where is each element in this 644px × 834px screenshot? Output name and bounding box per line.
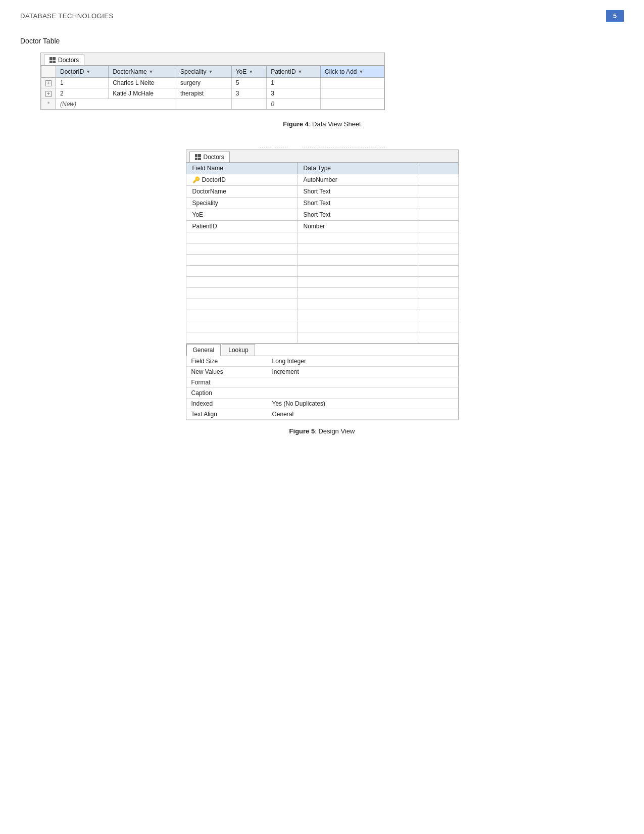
cell-yoe-2[interactable]: 3 (231, 88, 266, 99)
figure5-wrapper: ................ .......................… (20, 143, 624, 420)
row-selector-2[interactable]: + (41, 88, 56, 99)
props-value[interactable] (267, 377, 458, 388)
col-selector-header (41, 66, 56, 78)
col-yoe-header[interactable]: YoE ▼ (231, 66, 266, 78)
col-doctorname-arrow[interactable]: ▼ (149, 69, 154, 74)
design-table: Field Name Data Type 🔑DoctorIDAutoNumber… (186, 162, 459, 344)
page-header: DATABASE TECHNOLOGIES 5 (20, 10, 624, 22)
designview-tab-doctors[interactable]: Doctors (189, 152, 230, 162)
blurred-header: ................ .......................… (258, 143, 386, 149)
design-data-type[interactable]: Short Text (297, 198, 418, 209)
design-table-row-empty (186, 266, 458, 277)
blurred-right: ........................................… (302, 143, 386, 149)
design-field-name[interactable]: PatientID (186, 221, 297, 232)
props-table-row: Format (186, 377, 458, 388)
figure4-section: Doctors DoctorID ▼ DoctorName (30, 53, 624, 113)
cell-patientid-2[interactable]: 3 (267, 88, 321, 99)
table-row: + 1 Charles L Neite surgery 5 1 (41, 78, 384, 88)
design-table-row-empty (186, 277, 458, 288)
props-value[interactable]: Yes (No Duplicates) (267, 399, 458, 409)
design-data-type[interactable]: Short Text (297, 186, 418, 198)
col-patientid-header[interactable]: PatientID ▼ (267, 66, 321, 78)
props-table-row: Text AlignGeneral (186, 409, 458, 420)
props-table: Field SizeLong IntegerNew ValuesIncremen… (186, 356, 458, 420)
props-label: Text Align (186, 409, 267, 420)
props-panel: General Lookup Field SizeLong IntegerNew… (186, 344, 459, 420)
row-selector-1[interactable]: + (41, 78, 56, 88)
cell-doctorname-2[interactable]: Katie J McHale (109, 88, 176, 99)
cell-new-label[interactable]: (New) (56, 99, 176, 110)
expand-btn-1[interactable]: + (45, 80, 52, 86)
cell-extra-1 (321, 78, 384, 88)
grid-icon (49, 57, 56, 63)
design-table-row: YoEShort Text (186, 209, 458, 221)
design-table-row-empty (186, 332, 458, 344)
cell-extra-2 (321, 88, 384, 99)
design-field-name[interactable]: Speciality (186, 198, 297, 209)
design-table-row: 🔑DoctorIDAutoNumber (186, 174, 458, 186)
props-value[interactable] (267, 388, 458, 399)
cell-doctorid-2[interactable]: 2 (56, 88, 109, 99)
col-speciality-header[interactable]: Speciality ▼ (176, 66, 232, 78)
cell-new-extra (321, 99, 384, 110)
design-table-row-empty (186, 255, 458, 266)
props-value[interactable]: General (267, 409, 458, 420)
design-table-row-empty (186, 288, 458, 299)
design-desc (418, 221, 458, 232)
props-tab-lookup[interactable]: Lookup (222, 344, 255, 356)
design-table-row: PatientIDNumber (186, 221, 458, 232)
col-doctorid-arrow[interactable]: ▼ (86, 69, 90, 74)
props-label: Format (186, 377, 267, 388)
props-label: Caption (186, 388, 267, 399)
design-col-datatype: Data Type (297, 163, 418, 174)
designview-container: Doctors Field Name Data Type 🔑DoctorIDAu… (186, 150, 459, 420)
figure4-caption: Figure 4: Data View Sheet (20, 120, 624, 128)
page-title: DATABASE TECHNOLOGIES (20, 12, 114, 20)
col-doctorname-header[interactable]: DoctorName ▼ (109, 66, 176, 78)
cell-new-speciality (176, 99, 232, 110)
figure4-caption-rest: : Data View Sheet (309, 120, 361, 128)
cell-speciality-2[interactable]: therapist (176, 88, 232, 99)
design-col-desc (418, 163, 458, 174)
col-doctorid-header[interactable]: DoctorID ▼ (56, 66, 109, 78)
dataview-tab-doctors[interactable]: Doctors (44, 55, 84, 65)
cell-doctorname-1[interactable]: Charles L Neite (109, 78, 176, 88)
cell-yoe-1[interactable]: 5 (231, 78, 266, 88)
table-row: + 2 Katie J McHale therapist 3 3 (41, 88, 384, 99)
props-label: Field Size (186, 356, 267, 367)
design-field-name[interactable]: 🔑DoctorID (186, 174, 297, 186)
col-yoe-arrow[interactable]: ▼ (249, 69, 253, 74)
section-title: Doctor Table (20, 37, 624, 45)
design-tab-label: Doctors (204, 154, 224, 161)
design-data-type[interactable]: AutoNumber (297, 174, 418, 186)
dataview-table: DoctorID ▼ DoctorName ▼ Speciality (41, 66, 384, 110)
col-patientid-arrow[interactable]: ▼ (298, 69, 303, 74)
cell-speciality-1[interactable]: surgery (176, 78, 232, 88)
cell-patientid-1[interactable]: 1 (267, 78, 321, 88)
dataview-tabbar: Doctors (41, 53, 384, 66)
col-clicktoadd-header[interactable]: Click to Add ▼ (321, 66, 384, 78)
props-value[interactable]: Long Integer (267, 356, 458, 367)
design-field-name[interactable]: YoE (186, 209, 297, 221)
design-table-row-empty (186, 310, 458, 321)
page-number: 5 (606, 10, 624, 22)
design-field-name[interactable]: DoctorName (186, 186, 297, 198)
figure5-caption-rest: : Design View (315, 427, 355, 435)
props-value[interactable]: Increment (267, 367, 458, 377)
design-table-row: DoctorNameShort Text (186, 186, 458, 198)
figure5-caption-bold: Figure 5 (289, 427, 315, 435)
design-data-type[interactable]: Short Text (297, 209, 418, 221)
col-clicktoadd-arrow[interactable]: ▼ (359, 69, 363, 74)
col-speciality-arrow[interactable]: ▼ (208, 69, 213, 74)
design-desc (418, 174, 458, 186)
design-data-type[interactable]: Number (297, 221, 418, 232)
props-table-row: Caption (186, 388, 458, 399)
props-tab-general[interactable]: General (186, 344, 221, 356)
cell-doctorid-1[interactable]: 1 (56, 78, 109, 88)
props-table-row: New ValuesIncrement (186, 367, 458, 377)
tab-label: Doctors (58, 57, 79, 64)
design-table-row-empty (186, 299, 458, 310)
blurred-left: ................ (258, 143, 288, 149)
expand-btn-2[interactable]: + (45, 91, 52, 97)
row-selector-new: * (41, 99, 56, 110)
